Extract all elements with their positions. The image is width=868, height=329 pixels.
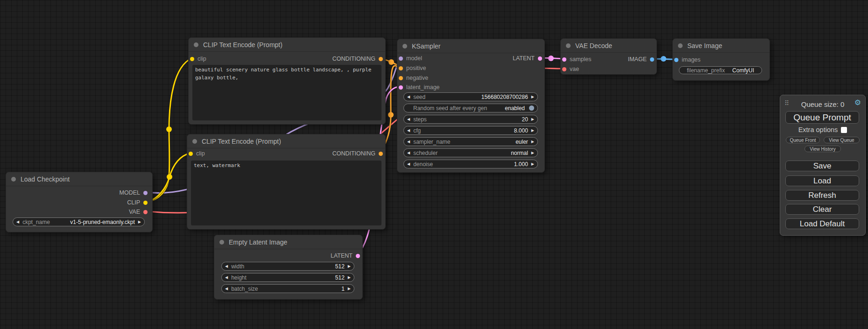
node-save-image[interactable]: Save Image images filename_prefix ComfyU… (672, 38, 770, 81)
decrement-arrow-icon[interactable]: ◀ (407, 118, 410, 121)
decrement-arrow-icon[interactable]: ◀ (225, 276, 228, 280)
widget-value[interactable]: v1-5-pruned-emaonly.ckpt (50, 219, 135, 225)
node-title-bar[interactable]: Save Image (673, 39, 769, 53)
decrement-arrow-icon[interactable]: ◀ (16, 220, 19, 224)
latent-output-dot[interactable] (356, 254, 360, 258)
toggle-enabled-icon[interactable] (529, 105, 534, 111)
clear-button[interactable]: Clear (785, 204, 859, 215)
widget-value[interactable]: 1.000 (433, 161, 528, 168)
cfg-widget[interactable]: ◀ cfg 8.000 ▶ (403, 126, 538, 135)
decrement-arrow-icon[interactable]: ◀ (407, 140, 410, 144)
collapse-dot-icon[interactable] (402, 44, 407, 49)
images-input-dot[interactable] (674, 58, 678, 62)
node-title: Load Checkpoint (21, 175, 70, 183)
widget-value[interactable]: normal (438, 150, 528, 156)
denoise-widget[interactable]: ◀ denoise 1.000 ▶ (403, 160, 538, 168)
node-title-bar[interactable]: Empty Latent Image (214, 235, 362, 249)
collapse-dot-icon[interactable] (566, 43, 571, 48)
decrement-arrow-icon[interactable]: ◀ (407, 129, 410, 133)
refresh-button[interactable]: Refresh (785, 190, 859, 201)
increment-arrow-icon[interactable]: ▶ (348, 276, 351, 280)
collapse-dot-icon[interactable] (678, 43, 683, 48)
increment-arrow-icon[interactable]: ▶ (531, 162, 534, 166)
link-dot (388, 112, 394, 118)
width-widget[interactable]: ◀ width 512 ▶ (221, 262, 354, 271)
increment-arrow-icon[interactable]: ▶ (531, 95, 534, 99)
ckpt-name-widget[interactable]: ◀ ckpt_name v1-5-pruned-emaonly.ckpt ▶ (13, 217, 145, 226)
extra-options-checkbox[interactable] (841, 127, 847, 133)
clip-input-dot[interactable] (189, 152, 193, 156)
widget-value[interactable]: 8.000 (421, 127, 528, 134)
conditioning-output-dot[interactable] (379, 152, 383, 156)
decrement-arrow-icon[interactable]: ◀ (407, 162, 410, 166)
increment-arrow-icon[interactable]: ▶ (531, 118, 534, 121)
node-graph-canvas[interactable]: Load Checkpoint MODEL CLIP VAE ◀ ckpt_na… (0, 0, 868, 329)
view-history-button[interactable]: View History (804, 146, 841, 152)
decrement-arrow-icon[interactable]: ◀ (407, 95, 410, 99)
decrement-arrow-icon[interactable]: ◀ (225, 287, 228, 291)
increment-arrow-icon[interactable]: ▶ (138, 220, 141, 224)
node-vae-decode[interactable]: VAE Decode samples vae IMAGE (560, 38, 657, 75)
samples-input-dot[interactable] (562, 57, 566, 62)
decrement-arrow-icon[interactable]: ◀ (407, 151, 410, 155)
latent-image-input-dot[interactable] (399, 85, 403, 90)
increment-arrow-icon[interactable]: ▶ (531, 140, 534, 144)
gear-icon[interactable]: ⚙ (854, 99, 861, 106)
save-button[interactable]: Save (785, 161, 859, 171)
widget-value[interactable]: 512 (244, 263, 345, 270)
vae-input-dot[interactable] (562, 67, 566, 71)
decrement-arrow-icon[interactable]: ◀ (225, 265, 228, 268)
node-clip-text-encode-positive[interactable]: CLIP Text Encode (Prompt) clip CONDITION… (188, 37, 386, 125)
load-button[interactable]: Load (785, 175, 859, 186)
input-slot-images: images (674, 56, 700, 63)
queue-front-button[interactable]: Queue Front (786, 137, 820, 143)
filename-prefix-widget[interactable]: filename_prefix ComfyUI (679, 66, 762, 74)
vae-output-dot[interactable] (143, 210, 148, 214)
latent-output-dot[interactable] (538, 56, 542, 61)
clip-output-dot[interactable] (143, 201, 148, 205)
collapse-dot-icon[interactable] (219, 240, 224, 245)
node-empty-latent-image[interactable]: Empty Latent Image LATENT ◀ width 512 ▶ … (214, 235, 363, 300)
increment-arrow-icon[interactable]: ▶ (348, 287, 351, 291)
collapse-dot-icon[interactable] (194, 42, 198, 47)
view-queue-button[interactable]: View Queue (824, 137, 860, 143)
increment-arrow-icon[interactable]: ▶ (531, 129, 534, 133)
collapse-dot-icon[interactable] (11, 177, 16, 182)
node-clip-text-encode-negative[interactable]: CLIP Text Encode (Prompt) clip CONDITION… (187, 134, 386, 230)
widget-value[interactable]: euler (451, 139, 528, 145)
node-ksampler[interactable]: KSampler model positive negative latent_… (397, 39, 545, 173)
prompt-textarea[interactable]: text, watermark (191, 161, 381, 225)
positive-input-dot[interactable] (399, 66, 403, 70)
steps-widget[interactable]: ◀ steps 20 ▶ (403, 115, 538, 124)
model-input-dot[interactable] (399, 56, 403, 61)
node-title-bar[interactable]: CLIP Text Encode (Prompt) (189, 38, 385, 52)
scheduler-widget[interactable]: ◀ scheduler normal ▶ (403, 148, 538, 157)
widget-value[interactable]: 20 (427, 116, 528, 123)
increment-arrow-icon[interactable]: ▶ (348, 265, 351, 268)
widget-value[interactable]: 1 (258, 286, 345, 292)
clip-input-dot[interactable] (190, 57, 194, 61)
widget-label: seed (413, 94, 425, 100)
widget-value[interactable]: 156680208700286 (425, 94, 528, 100)
image-output-dot[interactable] (650, 57, 654, 62)
prompt-textarea[interactable]: beautiful scenery nature glass bottle la… (192, 65, 381, 120)
height-widget[interactable]: ◀ height 512 ▶ (221, 273, 354, 282)
queue-prompt-button[interactable]: Queue Prompt (785, 111, 859, 124)
conditioning-output-dot[interactable] (379, 57, 383, 61)
widget-value[interactable]: ComfyUI (725, 67, 754, 74)
sampler-name-widget[interactable]: ◀ sampler_name euler ▶ (403, 137, 538, 146)
widget-value[interactable]: 512 (247, 274, 345, 281)
batch-size-widget[interactable]: ◀ batch_size 1 ▶ (221, 284, 354, 293)
model-output-dot[interactable] (143, 191, 148, 195)
node-load-checkpoint[interactable]: Load Checkpoint MODEL CLIP VAE ◀ ckpt_na… (6, 172, 153, 232)
node-title-bar[interactable]: CLIP Text Encode (Prompt) (187, 134, 385, 148)
negative-input-dot[interactable] (399, 76, 403, 80)
node-title-bar[interactable]: Load Checkpoint (6, 172, 152, 186)
seed-widget[interactable]: ◀ seed 156680208700286 ▶ (403, 92, 538, 101)
node-title-bar[interactable]: VAE Decode (561, 39, 656, 53)
load-default-button[interactable]: Load Default (785, 218, 859, 229)
increment-arrow-icon[interactable]: ▶ (531, 151, 534, 155)
collapse-dot-icon[interactable] (192, 139, 197, 144)
node-title-bar[interactable]: KSampler (397, 39, 544, 53)
random-seed-toggle-widget[interactable]: Random seed after every gen enabled (403, 104, 538, 112)
